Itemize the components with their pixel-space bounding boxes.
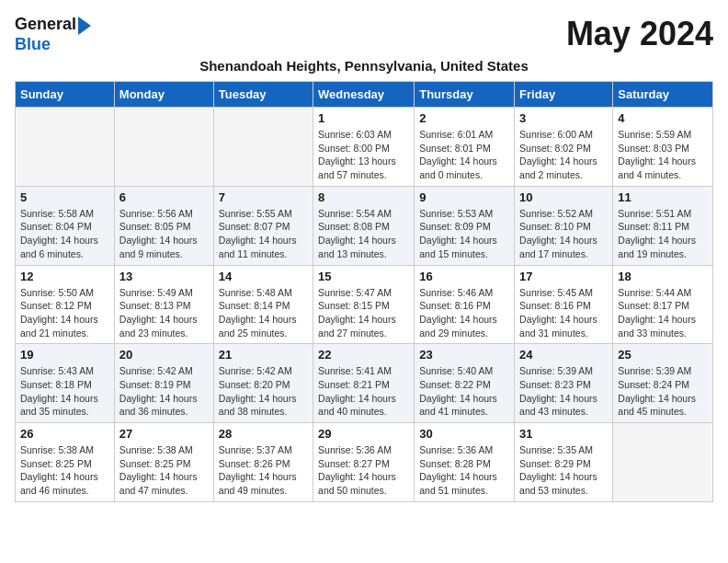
calendar-day-cell: 30Sunrise: 5:36 AMSunset: 8:28 PMDayligh… <box>415 423 515 502</box>
day-info: Sunrise: 5:59 AMSunset: 8:03 PMDaylight:… <box>618 128 708 182</box>
day-number: 21 <box>219 348 308 362</box>
day-number: 29 <box>318 427 409 441</box>
calendar-day-cell: 10Sunrise: 5:52 AMSunset: 8:10 PMDayligh… <box>515 186 613 265</box>
day-info: Sunrise: 6:03 AMSunset: 8:00 PMDaylight:… <box>318 128 409 182</box>
day-info: Sunrise: 5:39 AMSunset: 8:24 PMDaylight:… <box>618 364 708 419</box>
day-info: Sunrise: 5:40 AMSunset: 8:22 PMDaylight:… <box>419 364 509 419</box>
day-info: Sunrise: 5:45 AMSunset: 8:16 PMDaylight:… <box>519 286 608 340</box>
day-number: 14 <box>219 270 308 283</box>
day-info: Sunrise: 5:35 AMSunset: 8:29 PMDaylight:… <box>519 443 608 498</box>
day-info: Sunrise: 5:47 AMSunset: 8:15 PMDaylight:… <box>318 286 409 340</box>
calendar-day-cell: 27Sunrise: 5:38 AMSunset: 8:25 PMDayligh… <box>114 423 213 502</box>
calendar-day-cell: 31Sunrise: 5:35 AMSunset: 8:29 PMDayligh… <box>515 423 613 502</box>
day-number: 12 <box>20 270 109 283</box>
calendar-header-row: SundayMondayTuesdayWednesdayThursdayFrid… <box>16 82 713 108</box>
day-number: 3 <box>519 111 608 125</box>
calendar-day-cell: 9Sunrise: 5:53 AMSunset: 8:09 PMDaylight… <box>415 186 515 265</box>
calendar-day-cell: 5Sunrise: 5:58 AMSunset: 8:04 PMDaylight… <box>16 186 115 265</box>
calendar-day-cell: 4Sunrise: 5:59 AMSunset: 8:03 PMDaylight… <box>613 108 713 187</box>
day-number: 25 <box>618 348 708 362</box>
calendar-week-row: 5Sunrise: 5:58 AMSunset: 8:04 PMDaylight… <box>16 186 713 265</box>
day-info: Sunrise: 5:56 AMSunset: 8:05 PMDaylight:… <box>119 207 209 261</box>
day-number: 6 <box>119 190 209 204</box>
day-number: 18 <box>618 270 708 283</box>
calendar-day-cell: 17Sunrise: 5:45 AMSunset: 8:16 PMDayligh… <box>515 265 613 344</box>
day-number: 19 <box>20 348 109 362</box>
calendar-day-cell: 14Sunrise: 5:48 AMSunset: 8:14 PMDayligh… <box>213 265 313 344</box>
day-info: Sunrise: 5:58 AMSunset: 8:04 PMDaylight:… <box>20 207 109 261</box>
day-info: Sunrise: 5:49 AMSunset: 8:13 PMDaylight:… <box>119 286 209 340</box>
day-number: 13 <box>119 270 209 283</box>
calendar-week-row: 26Sunrise: 5:38 AMSunset: 8:25 PMDayligh… <box>16 423 713 502</box>
calendar-day-cell: 19Sunrise: 5:43 AMSunset: 8:18 PMDayligh… <box>16 344 115 423</box>
page-header: General Blue May 2024 <box>15 15 713 54</box>
day-number: 28 <box>219 427 308 441</box>
calendar-day-cell: 8Sunrise: 5:54 AMSunset: 8:08 PMDaylight… <box>313 186 415 265</box>
day-number: 2 <box>419 111 509 125</box>
day-number: 15 <box>318 270 409 283</box>
calendar-week-row: 12Sunrise: 5:50 AMSunset: 8:12 PMDayligh… <box>16 265 713 344</box>
calendar-day-cell: 23Sunrise: 5:40 AMSunset: 8:22 PMDayligh… <box>415 344 515 423</box>
calendar-day-cell <box>213 108 313 187</box>
day-number: 20 <box>119 348 209 362</box>
day-number: 24 <box>519 348 608 362</box>
day-number: 22 <box>318 348 409 362</box>
day-info: Sunrise: 5:36 AMSunset: 8:28 PMDaylight:… <box>419 443 509 498</box>
logo: General Blue <box>15 15 91 54</box>
day-info: Sunrise: 5:44 AMSunset: 8:17 PMDaylight:… <box>618 286 708 340</box>
day-number: 10 <box>519 190 608 204</box>
day-info: Sunrise: 5:52 AMSunset: 8:10 PMDaylight:… <box>519 207 608 261</box>
day-number: 26 <box>20 427 109 441</box>
day-info: Sunrise: 5:42 AMSunset: 8:19 PMDaylight:… <box>119 364 209 419</box>
calendar-day-cell <box>16 108 115 187</box>
day-number: 17 <box>519 270 608 283</box>
calendar-day-cell: 16Sunrise: 5:46 AMSunset: 8:16 PMDayligh… <box>415 265 515 344</box>
calendar-day-cell: 28Sunrise: 5:37 AMSunset: 8:26 PMDayligh… <box>213 423 313 502</box>
calendar-day-cell: 25Sunrise: 5:39 AMSunset: 8:24 PMDayligh… <box>613 344 713 423</box>
calendar-day-cell: 26Sunrise: 5:38 AMSunset: 8:25 PMDayligh… <box>16 423 115 502</box>
calendar-day-cell: 22Sunrise: 5:41 AMSunset: 8:21 PMDayligh… <box>313 344 415 423</box>
month-title: May 2024 <box>566 15 713 53</box>
day-of-week-header: Wednesday <box>313 82 415 108</box>
calendar-day-cell: 24Sunrise: 5:39 AMSunset: 8:23 PMDayligh… <box>515 344 613 423</box>
day-info: Sunrise: 5:41 AMSunset: 8:21 PMDaylight:… <box>318 364 409 419</box>
logo-blue-text: Blue <box>15 35 91 54</box>
calendar-day-cell: 12Sunrise: 5:50 AMSunset: 8:12 PMDayligh… <box>16 265 115 344</box>
day-of-week-header: Tuesday <box>213 82 313 108</box>
day-info: Sunrise: 5:36 AMSunset: 8:27 PMDaylight:… <box>318 443 409 498</box>
calendar-day-cell: 1Sunrise: 6:03 AMSunset: 8:00 PMDaylight… <box>313 108 415 187</box>
calendar-day-cell <box>613 423 713 502</box>
calendar-day-cell: 11Sunrise: 5:51 AMSunset: 8:11 PMDayligh… <box>613 186 713 265</box>
day-of-week-header: Thursday <box>415 82 515 108</box>
day-of-week-header: Saturday <box>613 82 713 108</box>
day-of-week-header: Monday <box>114 82 213 108</box>
day-number: 1 <box>318 111 409 125</box>
calendar-day-cell: 21Sunrise: 5:42 AMSunset: 8:20 PMDayligh… <box>213 344 313 423</box>
day-number: 5 <box>20 190 109 204</box>
day-of-week-header: Friday <box>515 82 613 108</box>
day-number: 30 <box>419 427 509 441</box>
day-number: 9 <box>419 190 509 204</box>
day-number: 7 <box>219 190 308 204</box>
day-number: 27 <box>119 427 209 441</box>
day-info: Sunrise: 5:39 AMSunset: 8:23 PMDaylight:… <box>519 364 608 419</box>
day-of-week-header: Sunday <box>16 82 115 108</box>
day-info: Sunrise: 5:55 AMSunset: 8:07 PMDaylight:… <box>219 207 308 261</box>
calendar-week-row: 19Sunrise: 5:43 AMSunset: 8:18 PMDayligh… <box>16 344 713 423</box>
calendar-day-cell: 2Sunrise: 6:01 AMSunset: 8:01 PMDaylight… <box>415 108 515 187</box>
day-info: Sunrise: 5:43 AMSunset: 8:18 PMDaylight:… <box>20 364 109 419</box>
calendar-day-cell: 20Sunrise: 5:42 AMSunset: 8:19 PMDayligh… <box>114 344 213 423</box>
calendar-week-row: 1Sunrise: 6:03 AMSunset: 8:00 PMDaylight… <box>16 108 713 187</box>
calendar-day-cell: 18Sunrise: 5:44 AMSunset: 8:17 PMDayligh… <box>613 265 713 344</box>
day-info: Sunrise: 5:54 AMSunset: 8:08 PMDaylight:… <box>318 207 409 261</box>
calendar-day-cell: 29Sunrise: 5:36 AMSunset: 8:27 PMDayligh… <box>313 423 415 502</box>
calendar-day-cell: 3Sunrise: 6:00 AMSunset: 8:02 PMDaylight… <box>515 108 613 187</box>
logo-text: General <box>15 16 76 34</box>
day-number: 8 <box>318 190 409 204</box>
logo-triangle-icon <box>78 17 91 35</box>
day-info: Sunrise: 5:46 AMSunset: 8:16 PMDaylight:… <box>419 286 509 340</box>
day-number: 11 <box>618 190 708 204</box>
day-info: Sunrise: 6:01 AMSunset: 8:01 PMDaylight:… <box>419 128 509 182</box>
calendar-day-cell: 13Sunrise: 5:49 AMSunset: 8:13 PMDayligh… <box>114 265 213 344</box>
day-info: Sunrise: 5:51 AMSunset: 8:11 PMDaylight:… <box>618 207 708 261</box>
